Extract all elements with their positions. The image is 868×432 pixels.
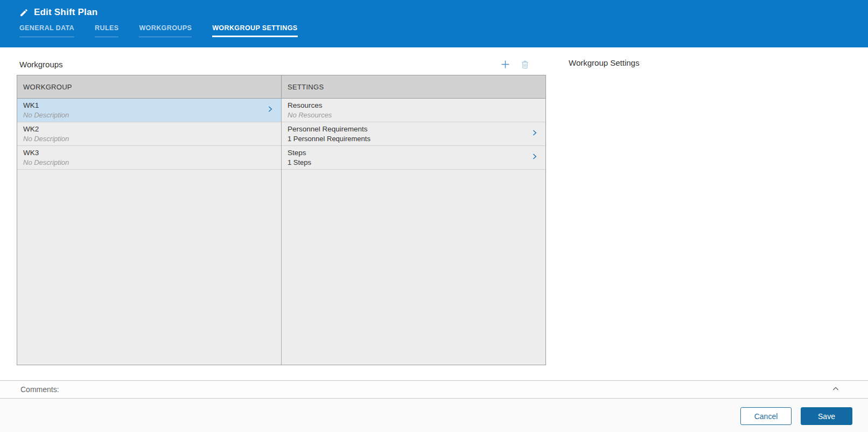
title-row: Edit Shift Plan	[19, 7, 868, 18]
chevron-right-icon	[265, 104, 275, 116]
delete-workgroup-button[interactable]	[519, 58, 531, 70]
settings-row-steps[interactable]: Steps 1 Steps	[282, 146, 545, 170]
settings-subtitle: No Resources	[288, 110, 332, 120]
workgroup-name: WK2	[23, 124, 69, 134]
pencil-icon	[19, 8, 29, 17]
column-header-workgroup: WORKGROUP	[17, 75, 281, 98]
workgroups-toolbar	[499, 58, 546, 70]
comments-label: Comments:	[20, 385, 59, 394]
table-row-wk2[interactable]: WK2 No Description	[17, 122, 281, 146]
tab-workgroups[interactable]: WORKGROUPS	[139, 24, 192, 37]
save-button[interactable]: Save	[801, 407, 852, 425]
table-header-row: WORKGROUP SETTINGS	[17, 75, 545, 99]
table-body: WK1 No Description WK2 No Description	[17, 99, 545, 365]
settings-title: Personnel Requirements	[288, 124, 370, 134]
settings-subtitle: 1 Personnel Requirements	[288, 134, 370, 144]
workgroup-cell: WK2 No Description	[23, 124, 69, 144]
edit-shift-plan-dialog: Edit Shift Plan GENERAL DATA RULES WORKG…	[0, 0, 868, 432]
workgroup-description: No Description	[23, 110, 69, 120]
workgroup-name: WK1	[23, 101, 69, 110]
chevron-up-icon	[831, 385, 840, 395]
page-title: Edit Shift Plan	[34, 7, 97, 18]
tab-workgroup-settings[interactable]: WORKGROUP SETTINGS	[212, 24, 297, 37]
workgroups-pane-header: Workgroups	[17, 47, 546, 75]
chevron-right-icon	[530, 128, 539, 140]
table-row-wk3[interactable]: WK3 No Description	[17, 146, 281, 170]
settings-row-resources[interactable]: Resources No Resources	[282, 99, 545, 122]
settings-cell: Personnel Requirements 1 Personnel Requi…	[288, 124, 370, 144]
workgroup-settings-panel-title: Workgroup Settings	[569, 58, 639, 67]
column-header-settings: SETTINGS	[281, 75, 545, 98]
workgroup-cell: WK1 No Description	[23, 101, 69, 120]
settings-subtitle: 1 Steps	[288, 158, 311, 168]
settings-column: Resources No Resources Personnel Require…	[281, 99, 545, 365]
settings-row-personnel-requirements[interactable]: Personnel Requirements 1 Personnel Requi…	[282, 122, 545, 146]
settings-cell: Steps 1 Steps	[288, 148, 311, 168]
tab-general-data[interactable]: GENERAL DATA	[19, 24, 74, 37]
workgroup-description: No Description	[23, 134, 69, 144]
workgroup-cell: WK3 No Description	[23, 148, 69, 168]
header: Edit Shift Plan GENERAL DATA RULES WORKG…	[0, 0, 868, 47]
workgroups-title: Workgroups	[19, 60, 63, 69]
table-row-wk1[interactable]: WK1 No Description	[17, 99, 281, 122]
main-content: Workgroups WORKGROUP SETTINGS	[0, 47, 868, 380]
settings-cell: Resources No Resources	[288, 101, 332, 120]
collapse-comments-button[interactable]	[831, 385, 840, 395]
tab-bar: GENERAL DATA RULES WORKGROUPS WORKGROUP …	[19, 24, 868, 37]
workgroup-name: WK3	[23, 148, 69, 158]
settings-title: Steps	[288, 148, 311, 158]
tab-rules[interactable]: RULES	[95, 24, 118, 37]
chevron-right-icon	[530, 152, 539, 163]
comments-bar: Comments:	[0, 380, 868, 399]
footer: Cancel Save	[0, 399, 868, 432]
add-workgroup-button[interactable]	[499, 58, 511, 70]
workgroups-pane: Workgroups WORKGROUP SETTINGS	[17, 47, 546, 365]
settings-title: Resources	[288, 101, 332, 110]
workgroups-table: WORKGROUP SETTINGS WK1 No Description	[17, 75, 546, 365]
workgroup-column: WK1 No Description WK2 No Description	[17, 99, 281, 365]
cancel-button[interactable]: Cancel	[740, 407, 792, 425]
workgroup-description: No Description	[23, 158, 69, 168]
